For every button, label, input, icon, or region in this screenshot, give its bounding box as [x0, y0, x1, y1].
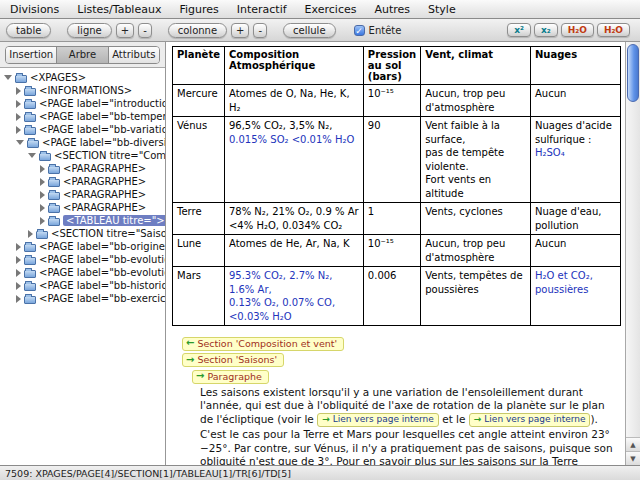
- collapse-arrow-icon[interactable]: [4, 75, 12, 80]
- tree-item[interactable]: <PAGE label="bb-exercices-a: [0, 292, 165, 305]
- add-row-button[interactable]: +: [116, 23, 134, 38]
- tab-attributs[interactable]: Attributs: [109, 47, 159, 63]
- expand-arrow-icon[interactable]: [16, 113, 21, 121]
- table-cell[interactable]: 10⁻¹⁵: [363, 235, 420, 267]
- expand-arrow-icon[interactable]: [16, 282, 21, 290]
- table-cell[interactable]: Atomes de He, Ar, Na, K: [224, 235, 363, 267]
- table-cell[interactable]: Vent faible à la surface,pas de tempête …: [421, 117, 531, 203]
- table-cell[interactable]: Vents, tempêtes de poussières: [421, 267, 531, 326]
- folder-icon: [24, 114, 36, 122]
- tree-item[interactable]: <PARAGRAPHE>: [0, 188, 165, 201]
- table-cell[interactable]: Terre: [173, 203, 225, 235]
- scroll-up-button[interactable]: ▲: [626, 437, 640, 451]
- expand-arrow-icon[interactable]: [16, 295, 21, 303]
- tree-item[interactable]: <PAGE label="bb-variations-: [0, 123, 165, 136]
- table-cell[interactable]: 90: [363, 117, 420, 203]
- menu-item-divisions[interactable]: Divisions: [10, 3, 59, 16]
- superscript-button[interactable]: x²: [507, 23, 531, 37]
- entete-checkbox[interactable]: ✓ Entête: [354, 25, 402, 36]
- internal-link-chip[interactable]: →Lien vers page interne: [469, 413, 591, 427]
- table-cell[interactable]: Aucun, trop peu d'atmosphère: [421, 235, 531, 267]
- cellule-button[interactable]: cellule: [283, 23, 335, 38]
- table-cell[interactable]: Aucun: [530, 85, 620, 117]
- tree-item[interactable]: <INFORMATIONS>: [0, 84, 165, 97]
- tree-item[interactable]: <PARAGRAPHE>: [0, 201, 165, 214]
- colonne-button[interactable]: colonne: [168, 23, 227, 38]
- tab-arbre[interactable]: Arbre: [57, 47, 108, 63]
- ligne-button[interactable]: ligne: [67, 23, 111, 38]
- table-cell[interactable]: 95.3% CO₂, 2.7% N₂, 1.6% Ar,0.13% O₂, 0.…: [224, 267, 363, 326]
- tree-item[interactable]: <XPAGES>: [0, 71, 165, 84]
- element-start-tag[interactable]: →Paragraphe: [192, 370, 269, 384]
- table-cell[interactable]: Vénus: [173, 117, 225, 203]
- tree-item[interactable]: <SECTION titre="Composit: [0, 149, 165, 162]
- expand-arrow-icon[interactable]: [40, 217, 45, 225]
- remove-column-button[interactable]: -: [253, 23, 267, 38]
- tree-item[interactable]: <PAGE label="bb-diversite-a: [0, 136, 165, 149]
- table-cell[interactable]: 0.006: [363, 267, 420, 326]
- expand-arrow-icon[interactable]: [40, 178, 45, 186]
- table-cell[interactable]: Aucun: [530, 235, 620, 267]
- element-start-tag[interactable]: →Section 'Saisons': [182, 353, 284, 367]
- table-cell[interactable]: Lune: [173, 235, 225, 267]
- table-cell[interactable]: Mercure: [173, 85, 225, 117]
- tree-item[interactable]: <PAGE label="bb-evolution-1: [0, 253, 165, 266]
- tree-item[interactable]: <PAGE label="bb-origine" titr: [0, 240, 165, 253]
- chem-formula-button[interactable]: H₂O: [561, 23, 594, 37]
- expand-arrow-icon[interactable]: [16, 243, 21, 251]
- menu-item-interactif[interactable]: Interactif: [237, 3, 287, 16]
- element-end-tag[interactable]: ←Section 'Composition et vent': [182, 337, 344, 351]
- paragraph-text[interactable]: Les saisons existent lorsqu'il y a une v…: [200, 386, 621, 466]
- expand-arrow-icon[interactable]: [40, 204, 45, 212]
- menu-item-autres[interactable]: Autres: [374, 3, 410, 16]
- table-cell[interactable]: Mars: [173, 267, 225, 326]
- tree-item[interactable]: <PAGE label="bb-evolution-2: [0, 266, 165, 279]
- table-cell[interactable]: 1: [363, 203, 420, 235]
- table-button[interactable]: table: [6, 23, 51, 38]
- expand-arrow-icon[interactable]: [16, 269, 21, 277]
- expand-arrow-icon[interactable]: [16, 256, 21, 264]
- vertical-scrollbar[interactable]: ▲ ▼: [625, 42, 640, 465]
- menu-item-figures[interactable]: Figures: [179, 3, 218, 16]
- tree-item[interactable]: <TABLEAU titre=">: [0, 214, 165, 227]
- table-cell[interactable]: Nuage d'eau,pollution: [530, 203, 620, 235]
- tree-item[interactable]: <SECTION titre="Saisons">: [0, 227, 165, 240]
- menu-item-style[interactable]: Style: [428, 3, 456, 16]
- expand-arrow-icon[interactable]: [28, 230, 33, 238]
- chem-formula-button-2[interactable]: H₂O: [597, 23, 630, 37]
- table-cell[interactable]: Nuages d'acide sulfurique :H₂SO₄: [530, 117, 620, 203]
- expand-arrow-icon[interactable]: [40, 165, 45, 173]
- tree-item[interactable]: <PAGE label="bb-historique-: [0, 279, 165, 292]
- table-cell[interactable]: Vents, cyclones: [421, 203, 531, 235]
- table-cell[interactable]: 10⁻¹⁵: [363, 85, 420, 117]
- remove-row-button[interactable]: -: [138, 23, 152, 38]
- table-header-cell[interactable]: Planète: [173, 47, 225, 85]
- table-header-cell[interactable]: Pression au sol (bars): [363, 47, 420, 85]
- table-cell[interactable]: Atomes de O, Na, He, K, H₂: [224, 85, 363, 117]
- table-cell[interactable]: 78% N₂, 21% O₂, 0.9 % Ar<4% H₂O, 0.034% …: [224, 203, 363, 235]
- collapse-arrow-icon[interactable]: [28, 153, 36, 158]
- add-column-button[interactable]: +: [231, 23, 249, 38]
- menu-item-listes-tableaux[interactable]: Listes/Tableaux: [77, 3, 161, 16]
- expand-arrow-icon[interactable]: [40, 191, 45, 199]
- tree-item[interactable]: <PAGE label="introduction-at: [0, 97, 165, 110]
- menu-item-exercices[interactable]: Exercices: [305, 3, 357, 16]
- tree-item[interactable]: <PARAGRAPHE>: [0, 162, 165, 175]
- table-cell[interactable]: Aucun, trop peu d'atmosphère: [421, 85, 531, 117]
- subscript-button[interactable]: x₂: [534, 23, 558, 37]
- scroll-down-button[interactable]: ▼: [626, 451, 640, 465]
- table-cell[interactable]: 96,5% CO₂, 3,5% N₂,0.015% SO₂ <0.01% H₂O: [224, 117, 363, 203]
- expand-arrow-icon[interactable]: [16, 126, 21, 134]
- table-header-cell[interactable]: Vent, climat: [421, 47, 531, 85]
- tab-insertion[interactable]: Insertion: [6, 47, 57, 63]
- internal-link-chip[interactable]: →Lien vers page interne: [317, 413, 439, 427]
- expand-arrow-icon[interactable]: [16, 100, 21, 108]
- tree-item[interactable]: <PARAGRAPHE>: [0, 175, 165, 188]
- table-cell[interactable]: H₂O et CO₂, poussières: [530, 267, 620, 326]
- tree-item[interactable]: <PAGE label="bb-temperatur: [0, 110, 165, 123]
- table-header-cell[interactable]: Nuages: [530, 47, 620, 85]
- collapse-arrow-icon[interactable]: [16, 140, 24, 145]
- expand-arrow-icon[interactable]: [16, 87, 21, 95]
- table-header-cell[interactable]: Composition Atmosphérique: [224, 47, 363, 85]
- scrollbar-thumb[interactable]: [627, 44, 639, 102]
